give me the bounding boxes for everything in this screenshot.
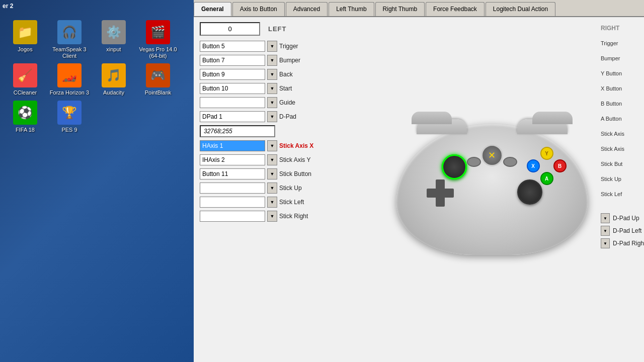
desktop-icon-xinput[interactable]: ⚙️ xinput (94, 20, 134, 59)
stick-left-label: Stick Left (279, 199, 335, 206)
left-stick-highlight (442, 154, 467, 179)
tab-logitech[interactable]: Logitech Dual Action (486, 2, 555, 16)
mapping-row-stick-axis-y: ▼ Stick Axis Y (200, 154, 379, 165)
desktop-icon-teamspeak[interactable]: 🎧 TeamSpeak 3 Client (49, 20, 90, 59)
right-row-abutton: A Button (601, 113, 622, 125)
haxis1-dropdown-btn[interactable]: ▼ (267, 140, 277, 151)
right-stick-but-label: Stick But (601, 161, 622, 167)
dpad-up-btn[interactable]: ▼ (601, 213, 610, 223)
y-button-graphic: Y (540, 147, 553, 160)
right-row-bumper: Bumper (601, 52, 620, 64)
trigger-dropdown-btn[interactable]: ▼ (267, 41, 277, 52)
stickright-select[interactable] (200, 211, 265, 222)
desktop-icons-container: 📁 Jogos 🎧 TeamSpeak 3 Client ⚙️ xinput 🎬… (0, 15, 194, 138)
stickleft-select[interactable] (200, 197, 265, 208)
right-trigger-graphic (532, 112, 573, 124)
right-row-stick-up: Stick Up (601, 173, 621, 185)
stick-right-label: Stick Right (279, 213, 335, 220)
guide-dropdown-btn[interactable]: ▼ (267, 97, 277, 108)
desktop-icon-pointblank[interactable]: 🎮 PointBlank (138, 63, 178, 96)
back-btn-graphic (467, 157, 481, 167)
x-button-graphic: X (527, 159, 540, 172)
desktop-icon-audacity[interactable]: 🎵 Audacity (94, 63, 134, 96)
xinput-label: xinput (106, 46, 121, 53)
stickup-dropdown-btn[interactable]: ▼ (267, 183, 277, 194)
stick-up-label: Stick Up (279, 185, 335, 192)
stickleft-dropdown-btn[interactable]: ▼ (267, 197, 277, 208)
fifa-label: FIFA 18 (16, 127, 35, 133)
tab-force-feedback[interactable]: Force Feedback (426, 2, 485, 16)
back-label: Back (279, 71, 335, 78)
right-bumper-label: Bumper (601, 55, 620, 61)
desktop-icon-pes[interactable]: 🏆 PES 9 (49, 101, 90, 133)
bumper-select[interactable] (200, 55, 265, 66)
right-row-stick-axis1: Stick Axis (601, 128, 624, 140)
right-header-row: RIGHT (601, 22, 619, 34)
far-right-labels: RIGHT Trigger Bumper Y Button X Button B… (599, 17, 644, 362)
start-dropdown-btn[interactable]: ▼ (267, 83, 277, 94)
right-row-xbutton: X Button (601, 82, 622, 95)
bumper-label: Bumper (279, 57, 335, 64)
trigger-label: Trigger (279, 43, 335, 50)
desktop-icon-vegaspro[interactable]: 🎬 Vegas Pro 14.0 (64-bit) (138, 20, 178, 59)
start-label: Start (279, 85, 335, 92)
bottom-row-dpad-left: ▼ D-Pad Left (601, 226, 644, 236)
right-stick-graphic (517, 179, 542, 205)
back-select[interactable] (200, 69, 265, 80)
value-input[interactable] (200, 22, 260, 36)
config-column: LEFT ▼ Trigger ▼ Bumper ▼ Back ▼ (194, 17, 385, 362)
vegaspro-icon: 🎬 (146, 20, 170, 44)
ihaxis2-dropdown-btn[interactable]: ▼ (267, 154, 277, 165)
dpad-select[interactable] (200, 111, 265, 122)
desktop-icon-forza[interactable]: 🏎️ Forza Horizon 3 (49, 63, 90, 96)
mapping-row-stick-up: ▼ Stick Up (200, 183, 379, 194)
mapping-row-stick-right: ▼ Stick Right (200, 211, 379, 222)
right-row-stick-axis2: Stick Axis (601, 143, 624, 155)
mapping-row-stick-button: ▼ Stick Button (200, 168, 379, 179)
guide-label: Guide (279, 99, 335, 106)
mapping-row-back: ▼ Back (200, 69, 379, 80)
right-row-ybutton: Y Button (601, 67, 622, 79)
desktop-icon-jogos[interactable]: 📁 Jogos (5, 20, 45, 59)
desktop-icon-ccleaner[interactable]: 🧹 CCleaner (5, 63, 45, 96)
dpad-up-label: D-Pad Up (613, 215, 644, 222)
stick-axis-x-label: Stick Axis X (279, 142, 335, 149)
forza-label: Forza Horizon 3 (50, 89, 89, 96)
btn11-select[interactable] (200, 168, 265, 179)
tab-left-thumb[interactable]: Left Thumb (329, 2, 374, 16)
right-row-bbutton: B Button (601, 98, 622, 110)
bottom-row-dpad-up: ▼ D-Pad Up (601, 213, 644, 223)
bumper-dropdown-btn[interactable]: ▼ (267, 55, 277, 66)
left-trigger-graphic (412, 112, 452, 124)
pes-icon: 🏆 (57, 101, 82, 125)
tab-advanced[interactable]: Advanced (286, 2, 328, 16)
ccleaner-label: CCleaner (14, 89, 37, 96)
haxis1-select[interactable] (200, 140, 265, 151)
stickup-select[interactable] (200, 183, 265, 194)
tab-general[interactable]: General (194, 2, 231, 16)
guide-select[interactable] (200, 97, 265, 108)
app-panel: General Axis to Button Advanced Left Thu… (194, 0, 644, 362)
tab-right-thumb[interactable]: Right Thumb (375, 2, 425, 16)
fifa-icon: ⚽ (13, 101, 37, 125)
audacity-icon: 🎵 (102, 63, 126, 87)
coord-input[interactable] (200, 125, 275, 137)
ihaxis2-select[interactable] (200, 154, 265, 165)
tab-bar: General Axis to Button Advanced Left Thu… (194, 0, 644, 17)
dpad-right-btn[interactable]: ▼ (601, 238, 610, 248)
stickright-dropdown-btn[interactable]: ▼ (267, 211, 277, 222)
desktop-panel: er 2 📁 Jogos 🎧 TeamSpeak 3 Client ⚙️ xin… (0, 0, 194, 362)
pointblank-label: PointBlank (145, 89, 172, 96)
dpad-left-btn[interactable]: ▼ (601, 226, 610, 236)
tab-axis-to-button[interactable]: Axis to Button (232, 2, 285, 16)
right-row-trigger: Trigger (601, 37, 618, 49)
bottom-right-section: ▼ D-Pad Up ▼ D-Pad Left ▼ D-Pad Right (601, 213, 644, 251)
desktop-icon-fifa[interactable]: ⚽ FIFA 18 (5, 101, 45, 133)
trigger-select[interactable] (200, 41, 265, 52)
jogos-icon: 📁 (13, 20, 37, 44)
back-dropdown-btn[interactable]: ▼ (267, 69, 277, 80)
start-select[interactable] (200, 83, 265, 94)
btn11-dropdown-btn[interactable]: ▼ (267, 168, 277, 179)
dpad-dropdown-btn[interactable]: ▼ (267, 111, 277, 122)
vegaspro-label: Vegas Pro 14.0 (64-bit) (138, 46, 178, 59)
